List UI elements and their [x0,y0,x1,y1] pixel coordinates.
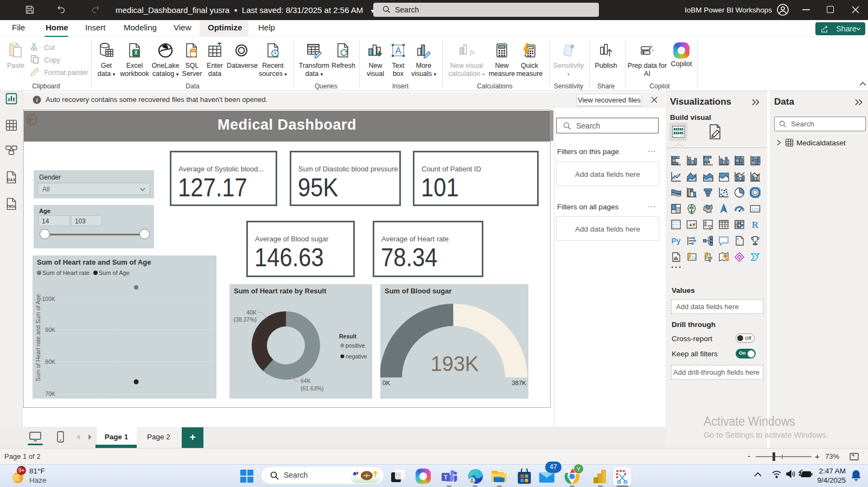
svg-text:123: 123 [752,207,760,212]
svg-text:193K: 193K [431,353,479,375]
svg-text:70K: 70K [45,390,55,397]
svg-text:40K: 40K [246,309,257,316]
svg-text:80K: 80K [45,358,55,365]
svg-text:100K: 100K [42,296,55,302]
svg-text:T: T [444,475,447,480]
svg-text:387K: 387K [512,380,526,386]
svg-text:90K: 90K [45,326,55,333]
svg-text:fx: fx [470,48,475,56]
svg-text:(61.63%): (61.63%) [301,385,324,392]
svg-text:Py: Py [671,236,680,245]
svg-text:negative: negative [346,353,367,360]
svg-text:(38.37%): (38.37%) [233,316,257,323]
svg-text:DAX: DAX [8,178,16,182]
svg-text:positive: positive [346,342,365,349]
svg-text:X: X [134,50,138,56]
svg-text:TMDL: TMDL [7,204,16,208]
svg-text:0K: 0K [382,380,390,386]
svg-text:Result: Result [339,333,357,339]
svg-text:A: A [395,46,401,55]
svg-text:64K: 64K [301,377,311,384]
svg-text:R: R [752,220,759,230]
